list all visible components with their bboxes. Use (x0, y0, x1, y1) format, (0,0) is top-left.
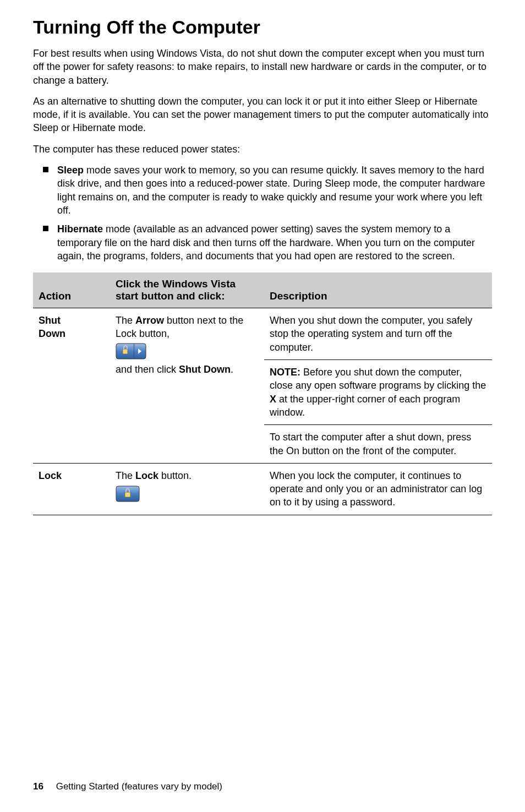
bullet-hibernate-text: Hibernate mode (available as an advanced… (57, 222, 492, 263)
paragraph-1: For best results when using Windows Vist… (33, 47, 492, 87)
bullet-list: Sleep mode saves your work to memory, so… (33, 164, 492, 263)
list-item: Hibernate mode (available as an advanced… (33, 222, 492, 263)
actions-table: Action Click the Windows Vista start but… (33, 273, 492, 515)
cell-action-lock: Lock (33, 463, 110, 515)
desc-note-post: at the upper-right corner of each progra… (270, 394, 460, 418)
action-down: Down (39, 328, 65, 339)
square-bullet-icon (43, 226, 48, 231)
desc-shutdown-3: To start the computer after a shut down,… (270, 432, 471, 456)
svg-rect-1 (134, 344, 134, 359)
inst-text-post2-post: . (231, 364, 233, 375)
bullet-sleep-text: Sleep mode saves your work to memory, so… (57, 164, 492, 217)
cell-description-shutdown: When you shut down the computer, you saf… (264, 308, 492, 464)
paragraph-3: The computer has these reduced power sta… (33, 143, 492, 156)
svg-rect-4 (125, 492, 130, 497)
desc-note-x: X (270, 394, 276, 405)
col-header-instruction: Click the Windows Vista start button and… (110, 273, 264, 308)
footer-text: Getting Started (features vary by model) (56, 781, 222, 792)
action-shut: Shut (39, 315, 61, 326)
inst-text-post2-pre: and then click (116, 364, 179, 375)
cell-instruction-lock: The Lock button. (110, 463, 264, 515)
bullet-hibernate-label: Hibernate (57, 224, 103, 235)
bullet-hibernate-body: mode (available as an advanced power set… (57, 224, 475, 261)
inst-shutdown-word: Shut Down (179, 364, 231, 375)
col-header-action: Action (33, 273, 110, 308)
desc-note-mid: Before you shut down the computer, close… (270, 367, 486, 391)
list-item: Sleep mode saves your work to memory, so… (33, 164, 492, 217)
inst-lock-post: button. (158, 470, 192, 481)
cell-action-shutdown: Shut Down (33, 308, 110, 464)
col-header-description: Description (264, 273, 492, 308)
cell-instruction-shutdown: The Arrow button next to the Lock button… (110, 308, 264, 464)
page-footer: 16 Getting Started (features vary by mod… (33, 781, 222, 792)
table-row: Shut Down The Arrow button next to the L… (33, 308, 492, 464)
lock-button-icon (116, 484, 140, 502)
table-header-row: Action Click the Windows Vista start but… (33, 273, 492, 308)
bullet-sleep-body: mode saves your work to memory, so you c… (57, 165, 485, 216)
inst-lock-word: Lock (135, 470, 158, 481)
svg-rect-2 (123, 349, 128, 354)
page-heading: Turning Off the Computer (33, 17, 492, 38)
inst-text-pre: The (116, 315, 135, 326)
cell-description-lock: When you lock the computer, it continues… (264, 463, 492, 515)
inst-lock-pre: The (116, 470, 135, 481)
page-number: 16 (33, 781, 43, 792)
lock-arrow-button-icon (116, 343, 146, 359)
bullet-sleep-label: Sleep (57, 165, 84, 176)
square-bullet-icon (43, 167, 48, 172)
desc-note-label: NOTE: (270, 367, 300, 378)
table-row: Lock The Lock button. (33, 463, 492, 515)
inst-arrow-word: Arrow (135, 315, 164, 326)
paragraph-2: As an alternative to shutting down the c… (33, 95, 492, 135)
desc-shutdown-1: When you shut down the computer, you saf… (270, 315, 472, 353)
